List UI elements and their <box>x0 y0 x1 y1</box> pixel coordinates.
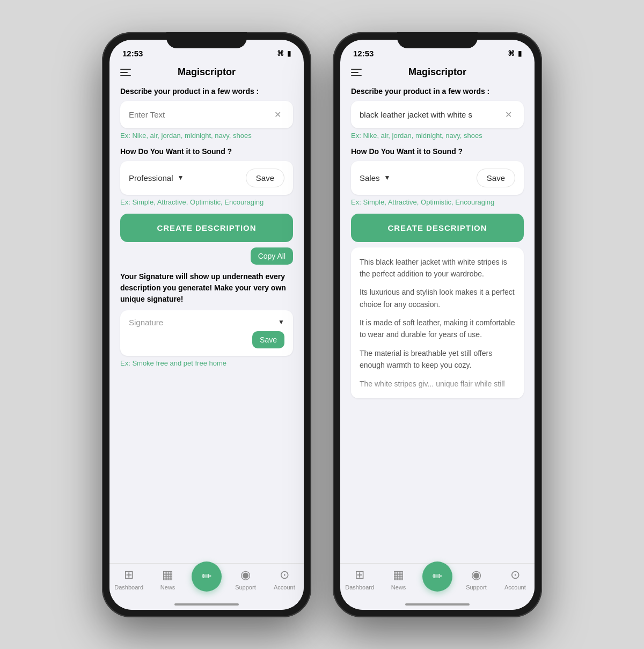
nav-news-label-2: News <box>391 584 406 590</box>
status-icons-1: ⌘ ▮ <box>277 49 291 57</box>
notch-1 <box>166 32 247 48</box>
phone-2: 12:53 ⌘ ▮ Magiscriptor Describe your pro… <box>333 32 542 617</box>
text-input-2[interactable] <box>360 110 502 119</box>
scroll-content-2[interactable]: Describe your product in a few words : ✕… <box>340 82 535 563</box>
menu-icon-2[interactable] <box>351 69 362 76</box>
phone-1-screen: 12:53 ⌘ ▮ Magiscriptor Describe your pro… <box>109 40 304 610</box>
desc-p4: The material is breathable yet still off… <box>360 347 515 371</box>
dropdown-field-1[interactable]: Professional ▼ Save <box>120 161 293 195</box>
time-1: 12:53 <box>122 49 143 58</box>
news-icon-1: ▦ <box>162 568 173 582</box>
sound-label-1: How Do You Want it to Sound ? <box>120 147 293 156</box>
create-btn-2[interactable]: CREATE DESCRIPTION <box>351 214 524 242</box>
time-2: 12:53 <box>353 49 374 58</box>
nav-support-2[interactable]: ◉ Support <box>457 568 495 590</box>
sound-label-2: How Do You Want it to Sound ? <box>351 147 524 156</box>
menu-icon-1[interactable] <box>120 69 131 76</box>
news-icon-2: ▦ <box>393 568 404 582</box>
nav-account-label-1: Account <box>274 584 295 590</box>
dropdown-left-1: Professional ▼ <box>129 173 246 183</box>
sig-arrow: ▼ <box>278 318 284 326</box>
app-title-2: Magiscriptor <box>408 67 466 78</box>
text-input-field-1[interactable]: ✕ <box>120 101 293 128</box>
clear-icon-2[interactable]: ✕ <box>502 108 515 121</box>
dropdown-arrow-1: ▼ <box>178 174 184 181</box>
dropdown-value-1: Professional <box>129 173 173 183</box>
home-bar-1 <box>174 603 239 606</box>
wifi-icon: ⌘ <box>277 49 284 57</box>
dropdown-left-2: Sales ▼ <box>360 173 477 183</box>
signature-info: Your Signature will show up underneath e… <box>120 271 293 305</box>
clear-icon-1[interactable]: ✕ <box>271 108 284 121</box>
nav-dashboard-2[interactable]: ⊞ Dashboard <box>340 568 379 590</box>
nav-news-2[interactable]: ▦ News <box>379 568 418 590</box>
home-indicator-1 <box>109 599 304 610</box>
home-indicator-2 <box>340 599 535 610</box>
app-header-2: Magiscriptor <box>340 63 535 82</box>
bottom-nav-1: ⊞ Dashboard ▦ News ✏ ◉ Support ⊙ <box>109 563 304 599</box>
nav-dashboard-label-1: Dashboard <box>114 584 143 590</box>
dropdown-value-2: Sales <box>360 173 380 183</box>
nav-fab-1[interactable]: ✏ <box>192 562 222 592</box>
battery-icon-2: ▮ <box>518 49 522 57</box>
dashboard-icon-1: ⊞ <box>124 568 134 582</box>
hint-text-2: Ex: Nike, air, jordan, midnight, navy, s… <box>351 132 524 140</box>
nav-dashboard-1[interactable]: ⊞ Dashboard <box>109 568 148 590</box>
save-btn-2[interactable]: Save <box>477 169 515 187</box>
desc-p1: This black leather jacket with white str… <box>360 256 515 280</box>
nav-news-label-1: News <box>160 584 175 590</box>
description-box: This black leather jacket with white str… <box>351 247 524 399</box>
sig-placeholder: Signature <box>129 318 163 327</box>
nav-account-2[interactable]: ⊙ Account <box>496 568 535 590</box>
describe-label-1: Describe your product in a few words : <box>120 87 293 96</box>
support-icon-2: ◉ <box>471 568 481 582</box>
hint-text-1: Ex: Nike, air, jordan, midnight, navy, s… <box>120 132 293 140</box>
fade-overlay <box>351 377 524 398</box>
nav-account-label-2: Account <box>504 584 526 590</box>
app-title-1: Magiscriptor <box>178 67 236 78</box>
notch-2 <box>397 32 478 48</box>
nav-account-1[interactable]: ⊙ Account <box>265 568 304 590</box>
text-input-field-2[interactable]: ✕ <box>351 101 524 128</box>
save-btn-1[interactable]: Save <box>246 169 284 187</box>
fab-icon-2: ✏ <box>433 570 442 584</box>
support-icon-1: ◉ <box>240 568 251 582</box>
nav-support-label-1: Support <box>235 584 256 590</box>
bottom-nav-2: ⊞ Dashboard ▦ News ✏ ◉ Support ⊙ <box>340 563 535 599</box>
fab-icon-1: ✏ <box>202 570 211 584</box>
status-icons-2: ⌘ ▮ <box>508 49 522 57</box>
copy-all-row: Copy All <box>120 247 293 265</box>
wifi-icon-2: ⌘ <box>508 49 515 57</box>
sig-save-btn[interactable]: Save <box>252 331 284 348</box>
nav-support-label-2: Support <box>466 584 487 590</box>
hint3-text: Ex: Smoke free and pet free home <box>120 359 293 367</box>
nav-news-1[interactable]: ▦ News <box>148 568 187 590</box>
hint2-text-1: Ex: Simple, Attractive, Optimistic, Enco… <box>120 198 293 206</box>
nav-support-1[interactable]: ◉ Support <box>226 568 265 590</box>
create-btn-1[interactable]: CREATE DESCRIPTION <box>120 214 293 242</box>
phone-2-screen: 12:53 ⌘ ▮ Magiscriptor Describe your pro… <box>340 40 535 610</box>
nav-dashboard-label-2: Dashboard <box>345 584 374 590</box>
describe-label-2: Describe your product in a few words : <box>351 87 524 96</box>
dropdown-field-2[interactable]: Sales ▼ Save <box>351 161 524 195</box>
dashboard-icon-2: ⊞ <box>355 568 364 582</box>
copy-all-btn[interactable]: Copy All <box>251 247 293 265</box>
hint2-text-2: Ex: Simple, Attractive, Optimistic, Enco… <box>351 198 524 206</box>
nav-fab-2[interactable]: ✏ <box>422 562 452 592</box>
home-bar-2 <box>405 603 470 606</box>
account-icon-1: ⊙ <box>280 568 289 582</box>
description-text: This black leather jacket with white str… <box>360 256 515 390</box>
nav-center-2: ✏ <box>418 568 457 590</box>
app-header-1: Magiscriptor <box>109 63 304 82</box>
text-input-1[interactable] <box>129 110 271 119</box>
battery-icon: ▮ <box>287 49 291 57</box>
nav-center-1: ✏ <box>187 568 226 590</box>
desc-p3: It is made of soft leather, making it co… <box>360 317 515 341</box>
phones-container: 12:53 ⌘ ▮ Magiscriptor Describe your pro… <box>102 32 542 617</box>
scroll-content-1[interactable]: Describe your product in a few words : ✕… <box>109 82 304 563</box>
sig-top: Signature ▼ <box>129 318 284 327</box>
signature-box[interactable]: Signature ▼ Save <box>120 310 293 356</box>
phone-1: 12:53 ⌘ ▮ Magiscriptor Describe your pro… <box>102 32 311 617</box>
account-icon-2: ⊙ <box>510 568 520 582</box>
dropdown-arrow-2: ▼ <box>384 174 391 181</box>
